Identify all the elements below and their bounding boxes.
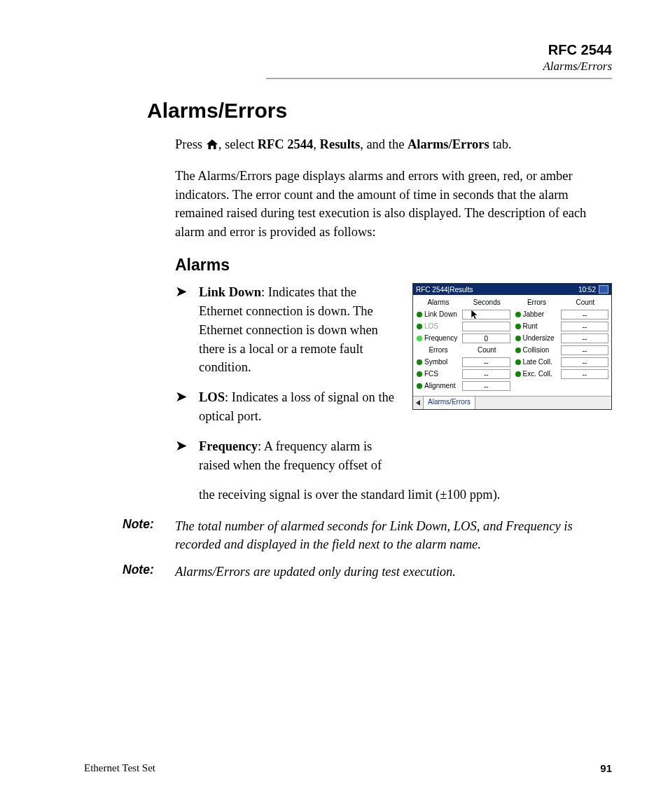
clock-label: 10:52	[578, 286, 596, 294]
col-header-seconds: Seconds	[462, 298, 512, 306]
window-title: RFC 2544|Results	[416, 286, 473, 294]
value-cell	[462, 322, 510, 331]
left-column: Alarms Seconds Link Down LOS	[415, 296, 512, 394]
tab-scroll-left-icon[interactable]	[413, 397, 424, 409]
status-indicator	[515, 347, 521, 353]
status-indicator	[515, 336, 521, 341]
alarm-row: Frequency 0	[415, 332, 512, 344]
col-header-count: Count	[462, 346, 512, 354]
col-header-errors: Errors	[513, 298, 561, 306]
bullet-arrow-icon: ➤	[175, 388, 199, 426]
note-label: Note:	[123, 563, 175, 581]
section-heading: Alarms/Errors	[147, 99, 612, 123]
col-header-errors: Errors	[415, 346, 462, 354]
note-text: Alarms/Errors are updated only during te…	[175, 563, 612, 581]
value-cell: --	[462, 381, 510, 391]
bullet-item: ➤ Frequency: A frequency alarm is raised…	[175, 437, 401, 475]
error-row: Exc. Coll. --	[513, 368, 611, 380]
right-column: Errors Count Jabber -- Runt --	[513, 296, 611, 394]
error-row: Symbol --	[415, 356, 512, 368]
error-row: FCS --	[415, 368, 512, 380]
cursor-icon	[471, 310, 480, 321]
note-label: Note:	[123, 517, 175, 554]
subsection-heading: Alarms	[175, 256, 612, 275]
bullet-continuation: the receiving signal is over the standar…	[199, 486, 612, 504]
status-indicator	[515, 371, 521, 377]
note-text: The total number of alarmed seconds for …	[175, 517, 612, 554]
bullet-item: ➤ LOS: Indicates a loss of signal on the…	[175, 388, 401, 426]
tab-strip-empty	[475, 397, 611, 409]
error-row: Undersize --	[513, 332, 611, 344]
header-rule	[266, 78, 612, 79]
status-indicator	[515, 324, 521, 329]
status-indicator	[515, 359, 521, 365]
value-cell: --	[561, 357, 609, 367]
value-cell: 0	[462, 333, 510, 343]
error-row: Collision --	[513, 344, 611, 356]
home-icon	[206, 137, 218, 156]
status-indicator	[417, 359, 422, 365]
embedded-screenshot: RFC 2544|Results 10:52 Alarms Seconds Li…	[412, 283, 612, 410]
status-indicator	[417, 371, 422, 377]
error-row: Late Coll. --	[513, 356, 611, 368]
footer-doc-title: Ethernet Test Set	[84, 762, 155, 774]
status-indicator	[417, 336, 422, 341]
status-indicator	[515, 312, 521, 317]
col-header-count: Count	[561, 298, 611, 306]
tab-alarms-errors[interactable]: Alarms/Errors	[424, 397, 475, 409]
status-indicator	[417, 383, 422, 389]
intro-paragraph: Press , select RFC 2544, Results, and th…	[175, 135, 612, 156]
running-subtitle: Alarms/Errors	[84, 60, 612, 74]
value-cell: --	[561, 310, 609, 319]
bullet-item: ➤ Link Down: Indicates that the Ethernet…	[175, 283, 401, 377]
error-row: Alignment --	[415, 380, 512, 392]
alarm-row: Link Down	[415, 308, 512, 320]
error-row: Jabber --	[513, 308, 611, 320]
note-row: Note: The total number of alarmed second…	[123, 517, 612, 554]
status-indicator	[417, 312, 422, 317]
value-cell: --	[561, 345, 609, 355]
value-cell: --	[561, 369, 609, 379]
value-cell	[462, 310, 510, 319]
running-title: RFC 2544	[84, 42, 612, 58]
value-cell: --	[561, 333, 609, 343]
value-cell: --	[561, 322, 609, 331]
titlebar-icon	[599, 285, 608, 294]
footer-page-number: 91	[600, 762, 612, 774]
alarm-row: LOS	[415, 320, 512, 332]
bullet-arrow-icon: ➤	[175, 437, 199, 475]
value-cell: --	[462, 369, 510, 379]
value-cell: --	[462, 357, 510, 367]
error-row: Runt --	[513, 320, 611, 332]
note-row: Note: Alarms/Errors are updated only dur…	[123, 563, 612, 581]
col-header-alarms: Alarms	[415, 298, 462, 306]
bullet-arrow-icon: ➤	[175, 283, 199, 377]
description-paragraph: The Alarms/Errors page displays alarms a…	[175, 167, 612, 242]
status-indicator	[417, 324, 422, 329]
